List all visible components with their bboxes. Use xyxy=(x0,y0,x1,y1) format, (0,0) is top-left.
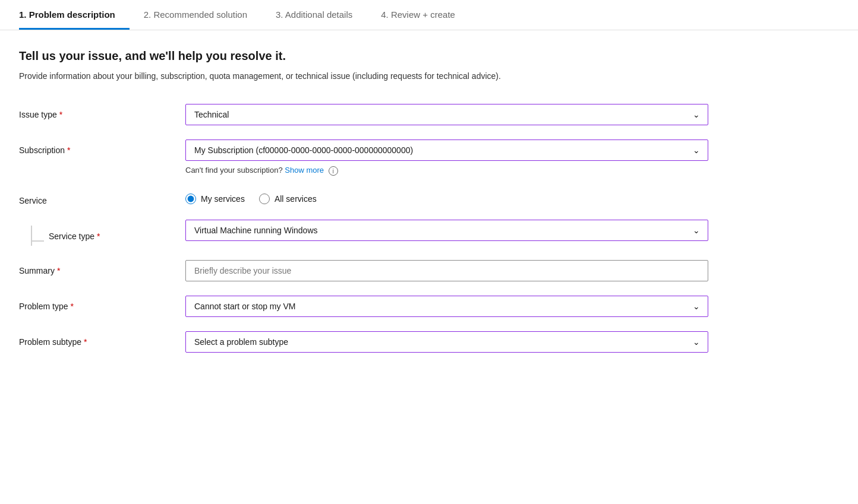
issue-type-select[interactable]: Technical Billing Subscription Quota man… xyxy=(185,104,708,125)
service-type-select[interactable]: Virtual Machine running Windows xyxy=(185,220,708,241)
subscription-dropdown-container: My Subscription (cf00000-0000-0000-0000-… xyxy=(185,140,708,161)
my-services-radio[interactable] xyxy=(185,194,196,204)
issue-type-control: Technical Billing Subscription Quota man… xyxy=(185,104,708,125)
all-services-label: All services xyxy=(275,194,317,204)
service-control: My services All services xyxy=(185,190,708,204)
problem-type-row: Problem type* Cannot start or stop my VM… xyxy=(19,296,813,317)
service-type-dropdown-container: Virtual Machine running Windows ⌄ xyxy=(185,220,708,241)
subscription-select[interactable]: My Subscription (cf00000-0000-0000-0000-… xyxy=(185,140,708,161)
issue-type-dropdown-container: Technical Billing Subscription Quota man… xyxy=(185,104,708,125)
problem-subtype-select[interactable]: Select a problem subtype xyxy=(185,331,708,353)
service-label: Service xyxy=(19,190,185,205)
problem-subtype-dropdown-container: Select a problem subtype ⌄ xyxy=(185,331,708,353)
service-type-row: Service type* Virtual Machine running Wi… xyxy=(19,220,813,246)
subscription-helper: Can't find your subscription? Show more … xyxy=(185,166,708,176)
problem-subtype-label: Problem subtype* xyxy=(19,331,185,347)
summary-control xyxy=(185,260,708,281)
service-type-text: Service type* xyxy=(49,226,100,241)
page-description: Provide information about your billing, … xyxy=(19,70,554,83)
service-type-label-col: Service type* xyxy=(19,220,185,246)
service-row: Service My services All services xyxy=(19,190,813,205)
service-type-control: Virtual Machine running Windows ⌄ xyxy=(185,220,708,241)
show-more-link[interactable]: Show more xyxy=(285,166,324,175)
issue-type-label: Issue type* xyxy=(19,104,185,119)
problem-type-select[interactable]: Cannot start or stop my VM xyxy=(185,296,708,317)
problem-type-control: Cannot start or stop my VM ⌄ xyxy=(185,296,708,317)
service-radio-group: My services All services xyxy=(185,190,708,204)
issue-type-row: Issue type* Technical Billing Subscripti… xyxy=(19,104,813,125)
tab-review-create[interactable]: 4. Review + create xyxy=(381,0,469,30)
tab-recommended-solution[interactable]: 2. Recommended solution xyxy=(144,0,261,30)
page-title: Tell us your issue, and we'll help you r… xyxy=(19,49,813,63)
subscription-info-icon[interactable]: i xyxy=(329,166,338,176)
problem-subtype-row: Problem subtype* Select a problem subtyp… xyxy=(19,331,813,353)
problem-subtype-control: Select a problem subtype ⌄ xyxy=(185,331,708,353)
subscription-row: Subscription* My Subscription (cf00000-0… xyxy=(19,140,813,176)
wizard-tabs: 1. Problem description 2. Recommended so… xyxy=(0,0,858,30)
all-services-option[interactable]: All services xyxy=(259,194,317,204)
problem-description-form: Issue type* Technical Billing Subscripti… xyxy=(19,104,813,367)
tab-additional-details[interactable]: 3. Additional details xyxy=(276,0,367,30)
subscription-label: Subscription* xyxy=(19,140,185,155)
summary-label: Summary* xyxy=(19,260,185,275)
problem-type-dropdown-container: Cannot start or stop my VM ⌄ xyxy=(185,296,708,317)
main-content: Tell us your issue, and we'll help you r… xyxy=(0,30,832,391)
subscription-control: My Subscription (cf00000-0000-0000-0000-… xyxy=(185,140,708,176)
all-services-radio[interactable] xyxy=(259,194,270,204)
summary-input[interactable] xyxy=(185,260,708,281)
problem-type-label: Problem type* xyxy=(19,296,185,311)
my-services-label: My services xyxy=(201,194,245,204)
summary-row: Summary* xyxy=(19,260,813,281)
tab-problem-description[interactable]: 1. Problem description xyxy=(19,0,130,30)
my-services-option[interactable]: My services xyxy=(185,194,245,204)
